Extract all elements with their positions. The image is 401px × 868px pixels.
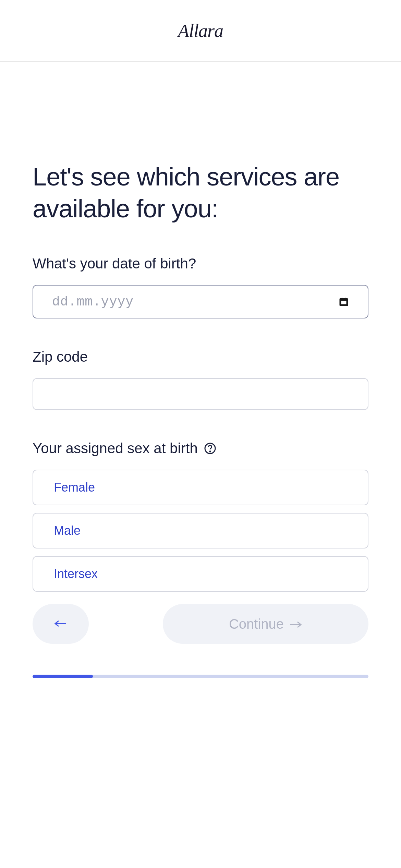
sex-options: Female Male Intersex (33, 470, 368, 592)
progress-bar (33, 675, 368, 678)
calendar-icon[interactable] (339, 297, 349, 307)
zip-input[interactable] (33, 378, 368, 410)
dob-placeholder: dd.mm.yyyy (52, 294, 134, 309)
dob-input-wrapper: dd.mm.yyyy (33, 285, 368, 318)
header: Allara (0, 0, 401, 62)
dob-input[interactable]: dd.mm.yyyy (33, 285, 368, 318)
arrow-right-icon (289, 616, 302, 632)
sex-label: Your assigned sex at birth (33, 440, 368, 457)
nav-row: Continue (33, 604, 368, 644)
sex-label-text: Your assigned sex at birth (33, 440, 198, 457)
svg-point-5 (210, 451, 210, 452)
progress-fill (33, 675, 93, 678)
back-button[interactable] (33, 604, 89, 644)
arrow-left-icon (54, 619, 68, 629)
zip-label: Zip code (33, 349, 368, 365)
svg-rect-1 (341, 300, 347, 305)
sex-option-female[interactable]: Female (33, 470, 368, 505)
form-content: Let's see which services are available f… (0, 62, 401, 678)
page-heading: Let's see which services are available f… (33, 161, 368, 225)
logo: Allara (178, 20, 223, 41)
dob-label: What's your date of birth? (33, 255, 368, 272)
zip-input-wrapper (33, 378, 368, 410)
sex-option-male[interactable]: Male (33, 513, 368, 548)
continue-label: Continue (229, 616, 284, 632)
sex-option-intersex[interactable]: Intersex (33, 556, 368, 592)
continue-button[interactable]: Continue (163, 604, 368, 644)
help-icon[interactable] (204, 442, 216, 455)
